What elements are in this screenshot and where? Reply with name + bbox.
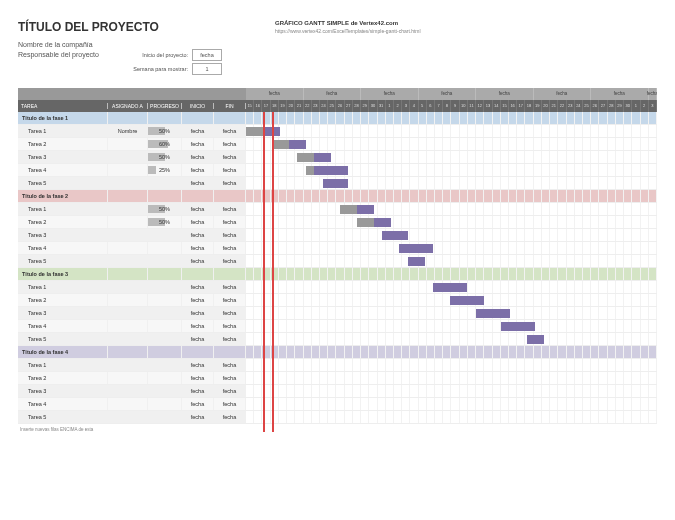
day-header: 15 — [501, 100, 509, 112]
day-header: 1 — [632, 100, 640, 112]
task-start: fecha — [182, 203, 214, 215]
day-header: 16 — [509, 100, 517, 112]
task-end: fecha — [214, 359, 246, 371]
start-date-input[interactable]: fecha — [192, 49, 222, 61]
gantt-bar[interactable] — [450, 296, 484, 305]
task-row[interactable]: Tarea 3fechafecha — [18, 307, 246, 320]
gantt-bar[interactable] — [314, 153, 331, 162]
day-header: 26 — [336, 100, 344, 112]
gantt-bar[interactable] — [374, 218, 391, 227]
gantt-bar-done[interactable] — [297, 153, 314, 162]
day-header: 18 — [271, 100, 279, 112]
day-header: 20 — [542, 100, 550, 112]
display-week-input[interactable]: 1 — [192, 63, 222, 75]
gantt-bar[interactable] — [357, 205, 374, 214]
gantt-bar[interactable] — [382, 231, 408, 240]
gantt-bar-done[interactable] — [306, 166, 315, 175]
gantt-bar-done[interactable] — [340, 205, 357, 214]
day-header: 23 — [312, 100, 320, 112]
task-start: fecha — [182, 307, 214, 319]
task-start: fecha — [182, 151, 214, 163]
col-start: INICIO — [182, 103, 214, 109]
task-row[interactable]: Tarea 350%fechafecha — [18, 151, 246, 164]
task-start: fecha — [182, 125, 214, 137]
task-name: Tarea 5 — [18, 411, 108, 423]
task-row[interactable]: Tarea 260%fechafecha — [18, 138, 246, 151]
task-row[interactable]: Tarea 425%fechafecha — [18, 164, 246, 177]
task-row[interactable]: Tarea 4fechafecha — [18, 320, 246, 333]
gantt-bar[interactable] — [501, 322, 535, 331]
day-header: 18 — [525, 100, 533, 112]
task-row[interactable]: Tarea 4fechafecha — [18, 242, 246, 255]
company-name: Nombre de la compañía — [18, 40, 657, 50]
task-end: fecha — [214, 385, 246, 397]
task-assignee — [108, 333, 148, 345]
task-row[interactable]: Tarea 4fechafecha — [18, 398, 246, 411]
week-header: fecha — [476, 88, 534, 100]
gantt-bar[interactable] — [433, 283, 467, 292]
task-start: fecha — [182, 320, 214, 332]
week-header: fecha — [649, 88, 658, 100]
task-row[interactable]: Tarea 250%fechafecha — [18, 216, 246, 229]
task-end: fecha — [214, 216, 246, 228]
phase-grid-row — [246, 346, 657, 359]
day-header: 10 — [460, 100, 468, 112]
task-grid-row — [246, 138, 657, 151]
task-grid-row — [246, 359, 657, 372]
task-row[interactable]: Tarea 5fechafecha — [18, 177, 246, 190]
phase-title: Título de la fase 2 — [18, 190, 108, 202]
task-row[interactable]: Tarea 5fechafecha — [18, 411, 246, 424]
task-progress: 50% — [148, 203, 182, 215]
task-end: fecha — [214, 307, 246, 319]
task-row[interactable]: Tarea 2fechafecha — [18, 372, 246, 385]
task-start: fecha — [182, 385, 214, 397]
gantt-bar-done[interactable] — [246, 127, 263, 136]
task-end: fecha — [214, 320, 246, 332]
task-grid-row — [246, 203, 657, 216]
task-assignee — [108, 138, 148, 150]
task-row[interactable]: Tarea 150%fechafecha — [18, 203, 246, 216]
task-row[interactable]: Tarea 3fechafecha — [18, 229, 246, 242]
gantt-bar[interactable] — [408, 257, 425, 266]
task-grid-row — [246, 216, 657, 229]
col-assigned: ASIGNADO A — [108, 103, 148, 109]
day-header: 24 — [320, 100, 328, 112]
task-end: fecha — [214, 294, 246, 306]
day-header: 29 — [361, 100, 369, 112]
gantt-bar[interactable] — [289, 140, 306, 149]
gantt-bar-done[interactable] — [272, 140, 289, 149]
task-progress — [148, 242, 182, 254]
task-start: fecha — [182, 164, 214, 176]
day-header: 22 — [558, 100, 566, 112]
task-grid-row — [246, 177, 657, 190]
gantt-bar[interactable] — [323, 179, 349, 188]
day-header: 13 — [484, 100, 492, 112]
task-row[interactable]: Tarea 1Nombre50%fechafecha — [18, 125, 246, 138]
task-row[interactable]: Tarea 1fechafecha — [18, 359, 246, 372]
task-row[interactable]: Tarea 2fechafecha — [18, 294, 246, 307]
task-end: fecha — [214, 229, 246, 241]
task-progress — [148, 229, 182, 241]
task-progress: 50% — [148, 216, 182, 228]
task-grid-row — [246, 255, 657, 268]
day-header: 5 — [419, 100, 427, 112]
task-row[interactable]: Tarea 1fechafecha — [18, 281, 246, 294]
gantt-bar[interactable] — [314, 166, 348, 175]
task-row[interactable]: Tarea 5fechafecha — [18, 255, 246, 268]
week-header: fecha — [361, 88, 419, 100]
task-progress — [148, 255, 182, 267]
gantt-bar[interactable] — [399, 244, 433, 253]
task-grid-row — [246, 229, 657, 242]
gantt-bar[interactable] — [476, 309, 510, 318]
display-week-label: Semana para mostrar: — [130, 66, 192, 72]
gantt-bar[interactable] — [527, 335, 544, 344]
credit-url[interactable]: https://www.vertex42.com/ExcelTemplates/… — [275, 28, 421, 34]
task-end: fecha — [214, 164, 246, 176]
gantt-bar-done[interactable] — [357, 218, 374, 227]
task-row[interactable]: Tarea 5fechafecha — [18, 333, 246, 346]
day-header: 11 — [468, 100, 476, 112]
task-row[interactable]: Tarea 3fechafecha — [18, 385, 246, 398]
task-end: fecha — [214, 281, 246, 293]
task-end: fecha — [214, 242, 246, 254]
today-marker — [272, 112, 274, 432]
